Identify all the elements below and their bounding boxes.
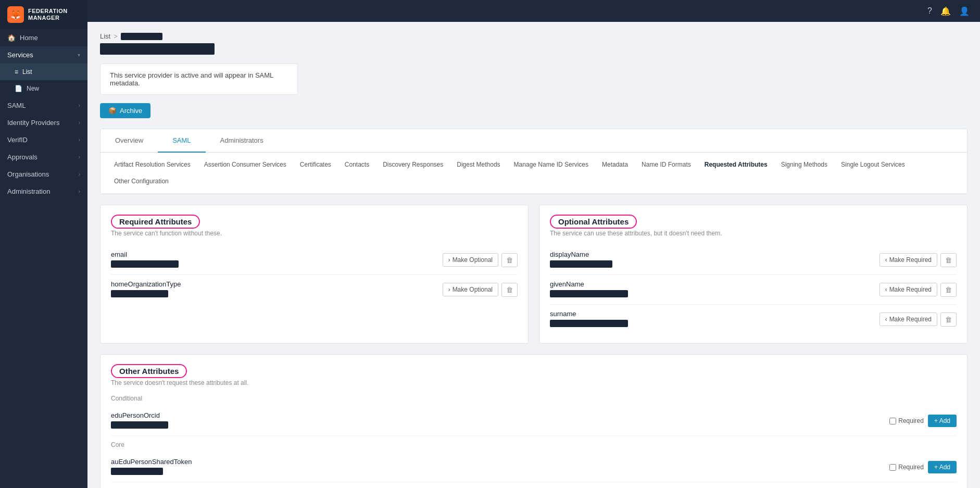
sidebar-item-approvals[interactable]: Approvals › — [0, 148, 87, 166]
required-checkbox-input-orcid[interactable] — [889, 418, 896, 424]
sidebar-item-saml[interactable]: SAML › — [0, 97, 87, 114]
optional-attr-row-givenname: givenName ‹ Make Required 🗑 — [550, 275, 957, 305]
make-required-button-surname[interactable]: ‹ Make Required — [880, 312, 937, 326]
make-optional-button-home-org[interactable]: › Make Optional — [443, 283, 498, 296]
subtab-discovery-responses[interactable]: Discovery Responses — [378, 158, 448, 171]
subtab-metadata[interactable]: Metadata — [597, 158, 633, 171]
subtab-signing-methods[interactable]: Signing Methods — [776, 158, 833, 171]
other-attrs-title: Other Attributes — [119, 367, 179, 376]
subtab-name-id-formats[interactable]: Name ID Formats — [636, 158, 696, 171]
delete-button-home-org[interactable]: 🗑 — [501, 283, 518, 297]
attr-name-displayname: displayName — [550, 251, 874, 258]
app-logo[interactable]: 🦊 FEDERATION MANAGER — [0, 0, 87, 29]
sidebar-label-verifid: VerifID — [7, 136, 28, 144]
sidebar-item-services[interactable]: Services ▾ — [0, 46, 87, 64]
list-icon: ≡ — [15, 68, 18, 76]
attr-actions-displayname: ‹ Make Required 🗑 — [880, 253, 957, 267]
add-button-shared-token[interactable]: + Add — [928, 461, 957, 473]
tabs-container: Overview SAML Administrators Artifact Re… — [100, 129, 968, 194]
chevron-down-icon: ▾ — [78, 52, 80, 58]
subtabs: Artifact Resolution Services Assertion C… — [100, 153, 967, 194]
subtab-single-logout[interactable]: Single Logout Services — [836, 158, 910, 171]
tab-administrators[interactable]: Administrators — [206, 129, 278, 153]
delete-button-surname[interactable]: 🗑 — [940, 312, 957, 327]
sidebar-label-saml: SAML — [7, 102, 26, 109]
user-icon[interactable]: 👤 — [959, 6, 970, 16]
required-checkbox-shared-token[interactable]: Required — [889, 464, 924, 471]
subtab-assertion-consumer[interactable]: Assertion Consumer Services — [199, 158, 292, 171]
sidebar-label-idp: Identity Providers — [7, 119, 59, 127]
attr-actions-surname: ‹ Make Required 🗑 — [880, 312, 957, 327]
attr-value-redacted-orcid — [111, 421, 168, 429]
chevron-right-icon-opt2: › — [448, 286, 450, 293]
archive-button[interactable]: 📦 Archive — [100, 103, 150, 118]
help-icon[interactable]: ? — [927, 6, 932, 16]
notifications-icon[interactable]: 🔔 — [940, 6, 951, 16]
attr-value-shared-token — [111, 468, 889, 477]
sidebar-item-new[interactable]: 📄 New — [0, 80, 87, 97]
attr-name-edu-orcid: eduPersonOrcid — [111, 411, 889, 419]
optional-attributes-panel: Optional Attributes The service can use … — [539, 205, 968, 344]
other-attrs-subtitle: The service doesn't request these attrib… — [111, 379, 957, 386]
attr-info-edu-orcid: eduPersonOrcid — [111, 411, 889, 430]
chevron-right-icon-approvals: › — [79, 154, 80, 160]
subtab-other-config[interactable]: Other Configuration — [109, 174, 174, 188]
add-button-orcid[interactable]: + Add — [928, 415, 957, 427]
make-required-button-displayname[interactable]: ‹ Make Required — [880, 253, 937, 267]
delete-button-email[interactable]: 🗑 — [501, 253, 518, 267]
breadcrumb: List > — [100, 32, 968, 40]
make-optional-button-email[interactable]: › Make Optional — [443, 253, 498, 267]
sidebar-label-home: Home — [20, 34, 38, 42]
attr-info-shared-token: auEduPersonSharedToken — [111, 458, 889, 477]
subtab-contacts[interactable]: Contacts — [340, 158, 374, 171]
attr-value-email — [111, 260, 437, 269]
optional-attr-row-surname: surname ‹ Make Required 🗑 — [550, 305, 957, 334]
delete-button-displayname[interactable]: 🗑 — [940, 253, 957, 267]
subtab-requested-attributes[interactable]: Requested Attributes — [699, 158, 773, 171]
breadcrumb-separator: > — [114, 32, 118, 40]
chevron-left-icon-req3: ‹ — [885, 316, 887, 323]
other-attr-actions-shared-token: Required + Add — [889, 461, 957, 473]
tab-overview[interactable]: Overview — [100, 129, 158, 153]
optional-attrs-subtitle: The service can use these attributes, bu… — [550, 230, 957, 237]
sidebar-item-verifid[interactable]: VerifID › — [0, 131, 87, 148]
delete-button-givenname[interactable]: 🗑 — [940, 283, 957, 297]
other-section-core: Core — [111, 441, 957, 448]
subtab-artifact-resolution[interactable]: Artifact Resolution Services — [109, 158, 196, 171]
sidebar-item-identity-providers[interactable]: Identity Providers › — [0, 114, 87, 131]
chevron-left-icon-req2: ‹ — [885, 286, 887, 293]
sidebar-label-list: List — [22, 68, 32, 76]
chevron-right-icon-opt: › — [448, 256, 450, 264]
sidebar-item-list[interactable]: ≡ List — [0, 64, 87, 80]
subtab-certificates[interactable]: Certificates — [295, 158, 336, 171]
required-attrs-subtitle: The service can't function without these… — [111, 230, 518, 237]
attr-value-redacted-surname — [550, 320, 628, 327]
logo-icon: 🦊 — [7, 6, 24, 23]
attr-value-redacted-givenname — [550, 290, 628, 297]
attr-name-shared-token: auEduPersonSharedToken — [111, 458, 889, 466]
required-checkbox-orcid[interactable]: Required — [889, 417, 924, 424]
sidebar-item-administration[interactable]: Administration › — [0, 183, 87, 200]
breadcrumb-list[interactable]: List — [100, 32, 110, 40]
tab-saml[interactable]: SAML — [158, 129, 205, 153]
attr-actions-home-org: › Make Optional 🗑 — [443, 283, 518, 297]
other-attr-actions-orcid: Required + Add — [889, 415, 957, 427]
optional-attr-row-displayname: displayName ‹ Make Required 🗑 — [550, 245, 957, 275]
content-area: List > This service provider is active a… — [87, 22, 980, 488]
required-checkbox-input-shared-token[interactable] — [889, 464, 896, 471]
attr-name-home-org: homeOrganizationType — [111, 280, 437, 288]
attributes-grid: Required Attributes The service can't fu… — [100, 205, 968, 344]
sidebar-item-home[interactable]: 🏠 Home — [0, 29, 87, 46]
make-required-button-givenname[interactable]: ‹ Make Required — [880, 283, 937, 296]
attr-value-redacted-displayname — [550, 260, 612, 268]
chevron-right-icon-idp: › — [79, 120, 80, 126]
optional-attrs-title: Optional Attributes — [558, 217, 629, 226]
info-banner-text: This service provider is active and will… — [110, 71, 273, 87]
sidebar-item-organisations[interactable]: Organisations › — [0, 166, 87, 183]
chevron-right-icon-orgs: › — [79, 171, 80, 177]
subtab-manage-name-id[interactable]: Manage Name ID Services — [509, 158, 594, 171]
other-attr-row-shared-token: auEduPersonSharedToken Required + Add — [111, 453, 957, 482]
main-content: ? 🔔 👤 List > This service provider is ac… — [87, 0, 980, 488]
attr-value-givenname — [550, 290, 874, 299]
subtab-digest-methods[interactable]: Digest Methods — [451, 158, 505, 171]
